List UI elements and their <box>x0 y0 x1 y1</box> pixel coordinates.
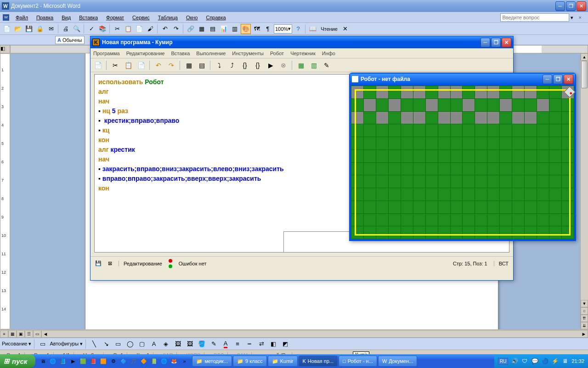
robot-cell[interactable] <box>500 137 512 150</box>
robot-cell[interactable] <box>463 188 475 201</box>
robot-cell[interactable] <box>438 213 450 226</box>
paste-icon[interactable]: 📄 <box>134 24 144 34</box>
robot-cell[interactable] <box>388 188 401 201</box>
robot-cell[interactable] <box>512 137 525 150</box>
robot-cell[interactable] <box>376 188 388 201</box>
robot-cell[interactable] <box>388 124 401 137</box>
select-objects-icon[interactable]: ▭ <box>38 339 48 349</box>
robot-cell[interactable] <box>525 162 537 175</box>
robot-cell[interactable] <box>512 226 525 239</box>
robot-cell[interactable] <box>487 175 500 188</box>
robot-cell[interactable] <box>450 213 463 226</box>
copy-icon[interactable]: 📋 <box>123 24 133 34</box>
robot-cell[interactable] <box>512 111 525 124</box>
robot-cell[interactable] <box>512 201 525 213</box>
picture-icon[interactable]: 🖼 <box>185 339 195 349</box>
robot-cell[interactable] <box>450 111 463 124</box>
robot-cell[interactable] <box>487 111 500 124</box>
robot-cell[interactable] <box>363 150 376 162</box>
robot-cell[interactable] <box>363 201 376 213</box>
robot-cell[interactable] <box>388 111 401 124</box>
k-run2-icon[interactable]: ▶ <box>265 60 276 71</box>
doc-map-icon[interactable]: 🗺 <box>252 24 262 34</box>
robot-cell[interactable] <box>525 98 537 111</box>
k-save-icon[interactable]: 💾 <box>95 260 102 266</box>
robot-cell[interactable] <box>413 98 425 111</box>
robot-cell[interactable] <box>561 98 574 111</box>
k-debug-icon[interactable]: {} <box>252 60 263 71</box>
robot-cell[interactable] <box>388 162 401 175</box>
robot-cell[interactable] <box>487 162 500 175</box>
help-question-input[interactable] <box>500 13 569 22</box>
robot-titlebar[interactable]: Робот - нет файла ─ ❐ ✕ <box>350 74 575 85</box>
ql-app12-icon[interactable]: 🦊 <box>170 356 179 366</box>
robot-cell[interactable] <box>401 137 413 150</box>
robot-cell[interactable] <box>376 213 388 226</box>
robot-cell[interactable] <box>425 86 438 99</box>
robot-cell[interactable] <box>388 137 401 150</box>
robot-cell[interactable] <box>438 175 450 188</box>
robot-cell[interactable] <box>537 175 549 188</box>
scroll-up-icon[interactable]: ▲ <box>581 53 588 61</box>
robot-cell[interactable] <box>363 111 376 124</box>
robot-cell[interactable] <box>450 201 463 213</box>
ruler-v[interactable]: 123 456 789 101112 1314 <box>0 53 10 329</box>
robot-cell[interactable] <box>351 98 364 111</box>
robot-cell[interactable] <box>363 137 376 150</box>
robot-cell[interactable] <box>376 162 388 175</box>
robot-field[interactable] <box>350 85 575 240</box>
ql-app3-icon[interactable]: 🟩 <box>79 356 88 366</box>
print-view-icon[interactable]: ▣ <box>17 330 25 338</box>
kumir-maximize-button[interactable]: ❐ <box>491 38 501 47</box>
robot-cell[interactable] <box>401 213 413 226</box>
robot-cell[interactable] <box>450 124 463 137</box>
k-alg-icon[interactable]: ▦ <box>183 60 194 71</box>
robot-cell[interactable] <box>413 162 425 175</box>
robot-cell[interactable] <box>401 98 413 111</box>
robot-cell[interactable] <box>463 137 475 150</box>
robot-cell[interactable] <box>525 150 537 162</box>
robot-cell[interactable] <box>363 175 376 188</box>
menu-window[interactable]: Окно <box>182 14 202 21</box>
robot-cell[interactable] <box>561 137 574 150</box>
robot-cell[interactable] <box>525 188 537 201</box>
line-color-icon[interactable]: ✎ <box>209 339 219 349</box>
robot-cell[interactable] <box>351 175 364 188</box>
robot-cell[interactable] <box>413 201 425 213</box>
robot-cell[interactable] <box>413 213 425 226</box>
next-page-icon[interactable]: ⇊ <box>581 322 588 329</box>
arrow-style-icon[interactable]: ⇄ <box>256 339 266 349</box>
line-style-icon[interactable]: ≡ <box>232 339 243 349</box>
ql-app11-icon[interactable]: 🌐 <box>159 356 169 366</box>
help-icon[interactable]: ? <box>293 24 303 34</box>
robot-cell[interactable] <box>475 137 487 150</box>
robot-cell[interactable] <box>388 150 401 162</box>
robot-cell[interactable] <box>463 175 475 188</box>
robot-cell[interactable] <box>376 175 388 188</box>
robot-cell[interactable] <box>463 226 475 239</box>
new-doc-icon[interactable]: 📄 <box>2 24 12 34</box>
insert-table-icon[interactable]: ▤ <box>208 24 218 34</box>
robot-cell[interactable] <box>537 86 549 99</box>
word-maximize-button[interactable]: ❐ <box>566 1 576 11</box>
tray-icon-2[interactable]: 🛡 <box>521 357 528 365</box>
robot-cell[interactable] <box>413 137 425 150</box>
robot-cell[interactable] <box>525 137 537 150</box>
kmenu-info[interactable]: Инфо <box>322 51 335 56</box>
kmenu-program[interactable]: Программа <box>93 51 120 56</box>
menu-file[interactable]: Файл <box>12 14 32 21</box>
k-pen-icon[interactable]: ✎ <box>321 60 332 71</box>
robot-cell[interactable] <box>363 162 376 175</box>
robot-cell[interactable] <box>549 188 562 201</box>
robot-cell[interactable] <box>425 162 438 175</box>
robot-cell[interactable] <box>500 175 512 188</box>
robot-cell[interactable] <box>561 111 574 124</box>
robot-cell[interactable] <box>425 137 438 150</box>
robot-cell[interactable] <box>512 162 525 175</box>
robot-cell[interactable] <box>413 175 425 188</box>
robot-cell[interactable] <box>425 201 438 213</box>
columns-icon[interactable]: ▥ <box>230 24 240 34</box>
robot-cell[interactable] <box>376 226 388 239</box>
kumir-close-button[interactable]: ✕ <box>502 38 511 47</box>
robot-cell[interactable] <box>475 226 487 239</box>
